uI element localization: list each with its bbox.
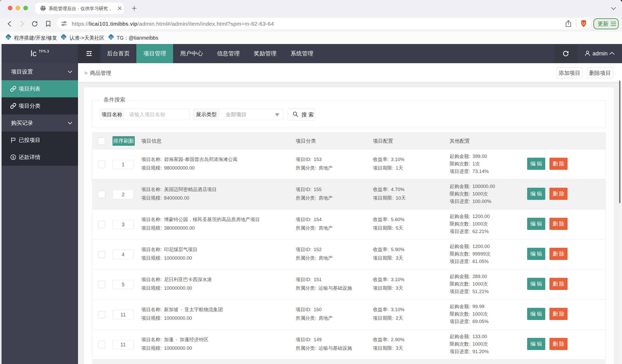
svg-text:$: $: [12, 155, 14, 159]
